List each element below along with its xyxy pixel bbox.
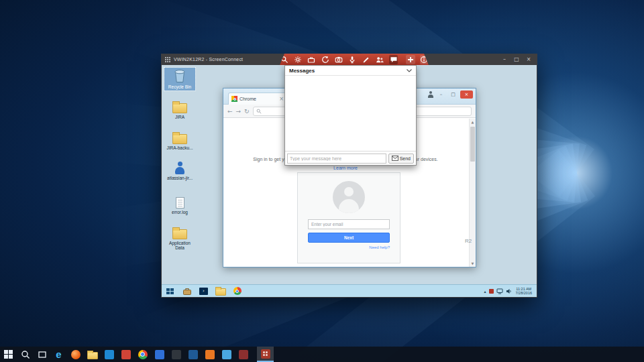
desktop-icon-application-data[interactable]: Application Data: [164, 225, 195, 251]
scrollbar-thumb[interactable]: [470, 127, 475, 162]
next-button[interactable]: Next: [308, 233, 390, 243]
toolbar-settings-icon[interactable]: [293, 55, 302, 64]
reload-icon[interactable]: ↻: [244, 108, 250, 115]
toolbar-extras-add-icon[interactable]: [406, 55, 415, 64]
send-label: Send: [400, 156, 411, 161]
folder-icon: [172, 229, 187, 239]
chrome-maximize-button[interactable]: □: [448, 90, 458, 99]
taskbar-firefox-icon[interactable]: [67, 347, 84, 362]
toolbar-toolbox-icon[interactable]: [307, 55, 316, 64]
search-icon: [256, 109, 262, 114]
tray-screenconnect-icon[interactable]: [489, 289, 494, 294]
server-watermark: R2: [465, 238, 472, 244]
folder-icon: [87, 352, 98, 359]
browser-tab[interactable]: Chrome ×: [228, 93, 287, 105]
tab-close-icon[interactable]: ×: [279, 97, 284, 102]
learn-more-link[interactable]: Learn more: [223, 166, 468, 170]
taskbar-edge-icon[interactable]: e: [50, 347, 67, 362]
desktop-icon-label: JIRA: [175, 115, 184, 119]
send-button[interactable]: Send: [388, 154, 414, 164]
network-icon[interactable]: [496, 288, 503, 294]
desktop-icon-label: JIRA-backu...: [166, 145, 193, 150]
toolbar-screenshot-icon[interactable]: [334, 55, 343, 64]
collapse-chevron-icon[interactable]: [407, 69, 412, 72]
desktop-icon-recycle-bin[interactable]: Recycle Bin: [164, 68, 195, 90]
store-icon: [105, 350, 114, 359]
window-caption-buttons: – □ ×: [500, 54, 533, 64]
scroll-up-icon[interactable]: ▲: [472, 120, 474, 124]
toolbar-audio-icon[interactable]: [348, 55, 357, 64]
back-icon[interactable]: ←: [227, 108, 233, 115]
taskbar-chrome-icon[interactable]: [134, 347, 151, 362]
app-red-icon: [121, 350, 131, 359]
toolbar-guests-icon[interactable]: [376, 55, 384, 64]
taskbar-screenconnect-icon[interactable]: [257, 347, 274, 362]
document-icon: [176, 197, 184, 208]
tray-expand-icon[interactable]: ▴: [484, 289, 486, 294]
app-navy-icon: [189, 350, 198, 359]
search-button[interactable]: [17, 347, 34, 362]
console-icon: [172, 350, 181, 359]
remote-powershell-icon[interactable]: ›: [195, 285, 212, 298]
remote-start-button[interactable]: [162, 285, 178, 298]
atlassian-person-icon: [174, 162, 186, 174]
window-close-button[interactable]: ×: [524, 54, 533, 64]
desktop-icon-label: Recycle Bin: [168, 84, 191, 89]
taskbar-app-sky-icon[interactable]: [218, 347, 235, 362]
desktop-icon-atlassian-jira[interactable]: atlassian-jir...: [164, 160, 195, 182]
profile-icon[interactable]: [427, 91, 434, 98]
desktop-icon-label: Application Data: [165, 241, 195, 250]
app-maroon-icon: [239, 350, 248, 359]
email-field[interactable]: [308, 219, 390, 229]
messages-list: [285, 76, 416, 151]
speaker-icon[interactable]: [506, 288, 512, 294]
taskbar-app-orange-icon[interactable]: [201, 347, 218, 362]
powershell-icon: ›: [199, 288, 208, 295]
app-orange-icon: [205, 350, 215, 359]
edge-icon: e: [56, 350, 61, 359]
need-help-link[interactable]: Need help?: [308, 245, 390, 249]
taskbar-store-icon[interactable]: [101, 347, 117, 362]
remote-chrome-icon[interactable]: [229, 285, 246, 298]
clock-date: 7/28/2016: [516, 291, 532, 296]
forward-icon[interactable]: →: [236, 108, 241, 115]
taskbar-app-navy-icon[interactable]: [184, 347, 201, 362]
firefox-icon: [71, 350, 80, 359]
taskbar-app-maroon-icon[interactable]: [235, 347, 252, 362]
signin-card: Next Need help?: [297, 172, 400, 263]
taskbar-file-explorer-icon[interactable]: [84, 347, 101, 362]
taskbar-console-icon[interactable]: [168, 347, 184, 362]
folder-icon: [172, 134, 187, 144]
taskbar-app-red-icon[interactable]: [117, 347, 134, 362]
chrome-minimize-button[interactable]: –: [436, 90, 446, 99]
toolbar-messages-icon[interactable]: [389, 55, 398, 64]
scroll-down-icon[interactable]: ▼: [472, 261, 474, 265]
desktop-icon-error-log[interactable]: error.log: [164, 194, 195, 216]
screenconnect-toolbar: [280, 54, 429, 65]
messages-title: Messages: [289, 68, 315, 74]
remote-clock[interactable]: 11:21 AM 7/28/2016: [515, 287, 535, 296]
chrome-icon: [233, 287, 241, 295]
desktop-icon-jira-backup[interactable]: JIRA-backu...: [164, 129, 195, 152]
toolbar-reconnect-icon[interactable]: [321, 55, 329, 64]
desktop-icon-label: error.log: [172, 210, 188, 215]
window-minimize-button[interactable]: –: [500, 54, 509, 64]
toolbox-icon: [182, 287, 192, 296]
chrome-close-button[interactable]: ×: [460, 90, 473, 99]
messages-header: Messages: [285, 66, 416, 76]
window-maximize-button[interactable]: □: [512, 54, 521, 64]
toolbar-annotate-icon[interactable]: [362, 55, 370, 64]
start-button[interactable]: [0, 347, 17, 362]
remote-server-manager-icon[interactable]: [178, 285, 195, 298]
desktop-icon-jira[interactable]: JIRA: [164, 99, 195, 121]
messages-compose: Send: [285, 151, 416, 165]
screenconnect-window: VWIN2K12R2 - ScreenConnect – □ × Recycle…: [161, 54, 537, 298]
app-blue-icon: [155, 350, 164, 359]
task-view-button[interactable]: [34, 347, 50, 362]
message-input[interactable]: [287, 154, 386, 164]
messages-panel: Messages Send: [284, 65, 417, 166]
desktop-icon-label: atlassian-jir...: [167, 176, 193, 180]
remote-file-explorer-icon[interactable]: [212, 285, 229, 298]
windows-logo-icon: [166, 288, 174, 294]
taskbar-app-blue-icon[interactable]: [151, 347, 168, 362]
